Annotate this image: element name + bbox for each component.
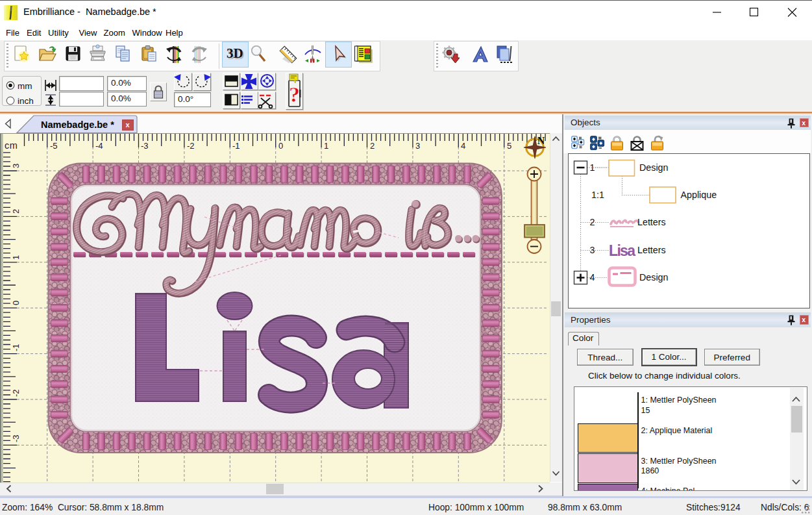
svg-text:-2: -2 bbox=[187, 141, 195, 151]
svg-text:-2: -2 bbox=[11, 389, 21, 397]
svg-text:cm: cm bbox=[5, 140, 18, 151]
svg-text:1: 1 bbox=[324, 141, 328, 151]
svg-text:-5: -5 bbox=[50, 141, 58, 151]
svg-text:3: 3 bbox=[11, 164, 21, 168]
svg-text:1: 1 bbox=[11, 255, 21, 260]
svg-text:?: ? bbox=[289, 82, 300, 107]
svg-text:0: 0 bbox=[11, 301, 21, 305]
svg-text:0: 0 bbox=[278, 141, 283, 151]
svg-text:4: 4 bbox=[461, 141, 465, 151]
svg-text:2: 2 bbox=[11, 209, 21, 214]
svg-text:-3: -3 bbox=[141, 141, 149, 151]
svg-text:Lisa: Lisa bbox=[609, 242, 635, 259]
svg-text:-1: -1 bbox=[11, 344, 21, 351]
svg-text:3: 3 bbox=[415, 141, 420, 151]
svg-text:N: N bbox=[537, 135, 545, 146]
svg-text:-1: -1 bbox=[232, 141, 240, 151]
svg-text:-3: -3 bbox=[11, 434, 21, 442]
svg-text:-4: -4 bbox=[95, 141, 103, 151]
svg-text:2: 2 bbox=[370, 141, 375, 151]
svg-text:5: 5 bbox=[507, 141, 511, 151]
